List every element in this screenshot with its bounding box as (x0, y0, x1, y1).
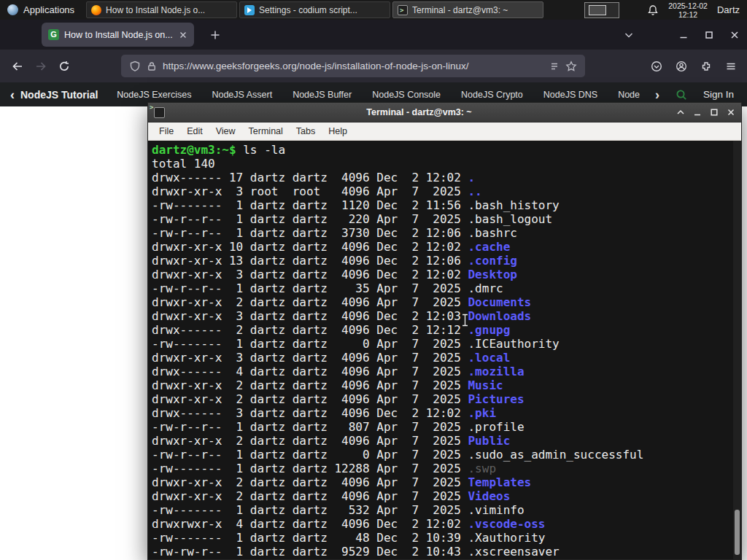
terminal-app-icon (154, 107, 165, 118)
file-name: .local (468, 351, 510, 365)
shell-prompt: dartz@vm3:~$ (152, 143, 236, 157)
pocket-icon[interactable] (651, 61, 662, 72)
new-tab-button[interactable] (204, 23, 226, 47)
panel-username: Dartz (717, 4, 740, 15)
window-minimize-icon[interactable] (678, 30, 689, 40)
file-name: .config (468, 254, 516, 268)
workspace-switcher[interactable] (584, 2, 619, 18)
taskbar-button-codium[interactable]: Settings - codium script... (239, 1, 390, 18)
taskbar-button-label: Settings - codium script... (259, 5, 385, 15)
list-all-tabs-button[interactable] (620, 26, 638, 44)
menu-view[interactable]: View (209, 126, 242, 136)
site-nav-link[interactable]: Node (618, 90, 640, 100)
site-nav-right: › Sign In (651, 88, 747, 101)
file-name: Videos (468, 489, 510, 503)
firefox-window-controls (678, 20, 743, 50)
scrollbar-thumb[interactable] (735, 510, 740, 555)
file-name: .bashrc (468, 226, 516, 240)
site-nav-link[interactable]: NodeJS Crypto (461, 90, 523, 100)
lock-icon[interactable] (147, 61, 157, 71)
file-name: .xscreensaver (468, 545, 559, 559)
site-nav-links: NodeJS ExercisesNodeJS AssertNodeJS Buff… (117, 90, 651, 100)
taskbar-button-label: Terminal - dartz@vm3: ~ (412, 5, 538, 15)
menu-tabs[interactable]: Tabs (290, 126, 322, 136)
bookmark-star-icon[interactable] (565, 61, 577, 72)
menu-hamburger-icon[interactable] (725, 61, 737, 72)
search-icon[interactable] (676, 89, 687, 101)
menu-edit[interactable]: Edit (180, 126, 209, 136)
panel-clock[interactable]: 2025-12-02 12:12 (668, 1, 708, 19)
back-arrow-icon (12, 61, 23, 72)
url-text: https://www.geeksforgeeks.org/node-js/in… (163, 61, 543, 71)
terminal-output: dartz@vm3:~$ ls -la total 140 drwx------… (148, 141, 741, 559)
clock-time: 12:12 (668, 10, 708, 19)
desktop-screen: Applications How to Install Node.js o...… (0, 0, 747, 560)
forward-button[interactable] (29, 55, 53, 78)
terminal-titlebar[interactable]: Terminal - dartz@vm3: ~ (148, 103, 741, 122)
file-name: Desktop (468, 268, 516, 281)
terminal-window-controls (676, 108, 735, 117)
file-name: .pki (468, 406, 496, 420)
menu-file[interactable]: File (152, 126, 180, 136)
site-nav-link[interactable]: NodeJS DNS (543, 90, 597, 100)
file-name: .mozilla (468, 365, 524, 378)
terminal-scrollbar[interactable] (733, 141, 741, 559)
site-tutorial-title[interactable]: NodeJS Tutorial (20, 89, 98, 101)
file-name: Pictures (468, 392, 524, 406)
file-name: .. (468, 184, 481, 198)
shade-up-icon[interactable] (676, 108, 685, 117)
taskbar-button-firefox[interactable]: How to Install Node.js o... (86, 1, 237, 18)
maximize-icon[interactable] (710, 108, 719, 117)
window-close-icon[interactable] (729, 30, 740, 40)
file-name: .vscode-oss (468, 517, 545, 531)
reload-button[interactable] (53, 55, 76, 78)
file-name: Templates (468, 475, 531, 489)
file-name: Public (468, 434, 510, 448)
tracking-shield-icon[interactable] (129, 61, 141, 72)
sign-in-button[interactable]: Sign In (703, 89, 734, 100)
shell-command: ls -la (236, 143, 285, 157)
file-name: .cache (468, 240, 510, 254)
close-icon[interactable] (727, 108, 735, 117)
forward-arrow-icon (35, 61, 47, 72)
back-button[interactable] (6, 55, 29, 78)
site-nav-link[interactable]: NodeJS Console (372, 90, 441, 100)
account-icon[interactable] (676, 61, 687, 72)
site-nav-link[interactable]: NodeJS Exercises (117, 90, 191, 100)
file-name: Downloads (468, 309, 531, 323)
taskbar-button-terminal[interactable]: Terminal - dartz@vm3: ~ (392, 1, 543, 18)
terminal-icon (398, 5, 408, 15)
file-name: Music (468, 378, 503, 392)
menu-help[interactable]: Help (322, 126, 354, 136)
browser-tab[interactable]: How to Install Node.js on... (42, 23, 194, 47)
url-bar[interactable]: https://www.geeksforgeeks.org/node-js/in… (121, 55, 585, 77)
file-name: .Xauthority (468, 531, 545, 545)
terminal-menubar: FileEditViewTerminalTabsHelp (148, 122, 741, 141)
firefox-nav-toolbar: https://www.geeksforgeeks.org/node-js/in… (0, 50, 747, 82)
minimize-icon[interactable] (693, 108, 702, 117)
tab-close-icon[interactable] (179, 31, 187, 39)
site-nav-link[interactable]: NodeJS Assert (212, 90, 272, 100)
terminal-body[interactable]: dartz@vm3:~$ ls -la total 140 drwx------… (148, 141, 741, 559)
site-nav-link[interactable]: NodeJS Buffer (293, 90, 352, 100)
taskbar-button-label: How to Install Node.js o... (106, 5, 232, 15)
file-name: .sudo_as_admin_successful (468, 448, 643, 462)
reload-icon (58, 61, 70, 72)
file-name: .gnupg (468, 323, 510, 337)
applications-menu-label: Applications (23, 4, 74, 15)
extensions-icon[interactable] (700, 61, 712, 72)
applications-menu-button[interactable]: Applications (0, 0, 82, 20)
window-maximize-icon[interactable] (704, 30, 714, 40)
site-more-chevron-icon[interactable]: › (655, 88, 659, 101)
nav-right-icons (651, 61, 747, 72)
file-name: .dmrc (468, 281, 503, 295)
file-name: .swp (468, 462, 496, 475)
menu-terminal[interactable]: Terminal (242, 126, 290, 136)
notification-bell-icon[interactable] (647, 4, 659, 16)
firefox-icon (91, 5, 101, 15)
taskbar: How to Install Node.js o...Settings - co… (86, 0, 543, 20)
file-name: .ICEauthority (468, 337, 559, 351)
firefox-tab-bar: How to Install Node.js on... (0, 20, 747, 50)
site-back-chevron-icon[interactable]: ‹ (10, 88, 15, 101)
reader-mode-icon[interactable] (549, 61, 560, 71)
